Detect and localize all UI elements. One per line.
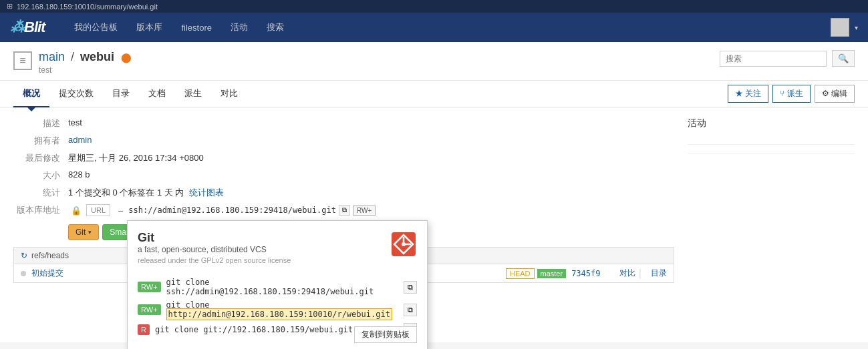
tab-overview[interactable]: 概况 — [13, 81, 49, 107]
tab-compare[interactable]: 对比 — [211, 81, 247, 107]
breadcrumb: main / webui ⬤ — [39, 50, 132, 64]
git-popup: Git a fast, open-source, distributed VCS… — [127, 220, 428, 349]
nav-item-filestore[interactable]: filestore — [172, 13, 221, 42]
action-sep: │ — [638, 269, 643, 278]
copy-http-button[interactable]: ⧉ — [404, 304, 417, 316]
file-dot-icon — [21, 271, 26, 276]
meta-row-size: 大小 828 b — [13, 169, 674, 182]
popup-title: Git — [138, 231, 291, 245]
activity-section: 活动 — [688, 117, 855, 283]
avatar[interactable] — [831, 18, 849, 37]
owner-value: admin — [68, 135, 92, 147]
size-label: 大小 — [13, 169, 60, 182]
follow-button[interactable]: ★ 关注 — [728, 85, 768, 103]
favicon: ⊞ — [7, 2, 13, 11]
fork-button[interactable]: ⑂ 派生 — [772, 85, 810, 103]
nav-logo[interactable]: ⁂Blit — [10, 19, 45, 36]
git-button[interactable]: Git ▾ — [68, 224, 99, 240]
clone-cmd-http: git clone http://admin@192.168.180.159:1… — [166, 300, 398, 319]
nav-item-dashboard[interactable]: 我的公告板 — [65, 13, 127, 42]
search-button[interactable]: 🔍 — [832, 50, 855, 67]
tab-tree[interactable]: 目录 — [103, 81, 139, 107]
desc-value: test — [68, 117, 82, 129]
breadcrumb-sep: / — [71, 50, 74, 63]
chevron-down-icon[interactable]: ▾ — [855, 24, 858, 31]
repo-description: test — [39, 65, 132, 75]
copy-url-button[interactable]: ⧉ — [339, 205, 350, 216]
copy-toast: 复制到剪贴板 — [354, 326, 417, 343]
copy-ssh-button[interactable]: ⧉ — [404, 281, 417, 294]
tabs-bar: 概况 提交次数 目录 文档 派生 对比 ★ 关注 ⑂ 派生 ⚙ 编辑 — [0, 81, 868, 107]
stats-value: 1 个提交和 0 个标签在 1 天 内 统计图表 — [68, 187, 224, 199]
meta-row-stats: 统计 1 个提交和 0 个标签在 1 天 内 统计图表 — [13, 187, 674, 199]
meta-row-desc: 描述 test — [13, 117, 674, 129]
tab-active-indicator — [27, 107, 36, 111]
ssh-url-value: ssh://admin@192.168.180.159:29418/webui.… — [128, 206, 336, 215]
tab-actions: ★ 关注 ⑂ 派生 ⚙ 编辑 — [728, 85, 855, 103]
activity-item — [688, 136, 855, 145]
desc-label: 描述 — [13, 117, 60, 129]
rw-badge: RW+ — [353, 206, 376, 216]
repo-header-right: 🔍 — [720, 50, 855, 67]
url-type-badge: URL — [86, 204, 110, 216]
clone-cmd-ssh: git clone ssh://admin@192.168.180.159:29… — [166, 278, 398, 296]
clone-row-http: RW+ git clone http://admin@192.168.180.1… — [138, 300, 417, 319]
git-logo-icon — [390, 231, 417, 258]
navigation: ⁂Blit 我的公告板 版本库 filestore 活动 搜索 ▾ — [0, 13, 868, 42]
dir-link[interactable]: 目录 — [651, 268, 667, 279]
head-badge: HEAD — [506, 268, 535, 279]
repo-icon: ≡ — [13, 51, 32, 70]
clone-row-ssh: RW+ git clone ssh://admin@192.168.180.15… — [138, 278, 417, 296]
rw-badge-ssh: RW+ — [138, 282, 161, 292]
search-input[interactable] — [720, 51, 827, 67]
repo-parent-link[interactable]: main — [39, 50, 65, 63]
stats-link[interactable]: 统计图表 — [189, 188, 224, 198]
edit-button[interactable]: ⚙ 编辑 — [815, 85, 855, 103]
repo-name: webui — [80, 50, 114, 63]
url-sep: – — [118, 206, 123, 216]
meta-row-owner: 拥有者 admin — [13, 135, 674, 147]
popup-header: Git a fast, open-source, distributed VCS… — [138, 231, 417, 272]
rw-badge-http: RW+ — [138, 304, 161, 315]
tab-forks[interactable]: 派生 — [175, 81, 211, 107]
compare-link[interactable]: 对比 — [619, 268, 635, 279]
repo-title: main / webui ⬤ test — [39, 50, 132, 75]
nav-menu: 我的公告板 版本库 filestore 活动 搜索 — [65, 13, 831, 42]
refs-label: refs/heads — [31, 251, 69, 260]
modified-value: 星期三, 十月 26, 2016 17:34 +0800 — [68, 152, 204, 164]
r-badge-git: R — [138, 324, 150, 335]
browser-bar: ⊞ 192.168.180.159:10010/summary/webui.gi… — [0, 0, 868, 13]
owner-label: 拥有者 — [13, 135, 60, 147]
nav-item-search[interactable]: 搜索 — [257, 13, 293, 42]
modified-label: 最后修改 — [13, 152, 60, 164]
tab-docs[interactable]: 文档 — [139, 81, 175, 107]
nav-right: ▾ — [831, 18, 858, 37]
popup-desc1: a fast, open-source, distributed VCS — [138, 245, 291, 254]
master-badge: master — [537, 269, 567, 278]
owner-link[interactable]: admin — [68, 135, 92, 145]
meta-row-modified: 最后修改 星期三, 十月 26, 2016 17:34 +0800 — [13, 152, 674, 164]
git-caret-icon: ▾ — [88, 229, 92, 236]
activity-item — [688, 145, 855, 153]
stats-label: 统计 — [13, 187, 60, 199]
activity-title: 活动 — [688, 117, 855, 129]
url-label: 版本库地址 — [13, 204, 60, 216]
rss-icon[interactable]: ⬤ — [121, 52, 132, 63]
address-bar[interactable]: 192.168.180.159:10010/summary/webui.git — [17, 3, 158, 11]
file-hash[interactable]: 7345f9 — [571, 269, 600, 278]
lock-icon: 🔒 — [71, 206, 82, 216]
svg-point-1 — [402, 242, 406, 246]
size-value: 828 b — [68, 169, 90, 182]
repo-header: ≡ main / webui ⬤ test 🔍 — [0, 42, 868, 81]
url-row: 版本库地址 🔒 URL – ssh://admin@192.168.180.15… — [13, 204, 674, 216]
clone-url-highlight: http://admin@192.168.180.159:10010/r/web… — [166, 308, 392, 320]
popup-desc2: released under the GPLv2 open source lic… — [138, 256, 291, 264]
popup-content-left: Git a fast, open-source, distributed VCS… — [138, 231, 291, 272]
nav-item-repos[interactable]: 版本库 — [127, 13, 172, 42]
nav-item-activity[interactable]: 活动 — [221, 13, 257, 42]
refresh-icon[interactable]: ↻ — [21, 251, 27, 260]
tab-commits[interactable]: 提交次数 — [49, 81, 103, 107]
